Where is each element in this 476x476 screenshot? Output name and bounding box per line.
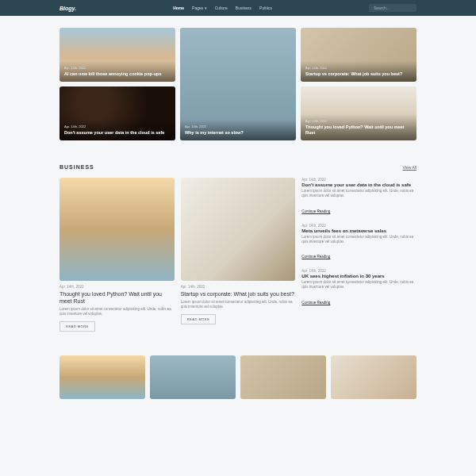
hero-card[interactable]: Apr. 14th, 2022Thought you loved Python?… — [301, 86, 416, 140]
side-date: Apr. 14th, 2022 — [301, 178, 416, 182]
logo[interactable]: Blogy. — [60, 6, 76, 11]
side-article: Apr. 14th, 2022 Don't assume your user d… — [301, 178, 416, 216]
side-column: Apr. 14th, 2022 Don't assume your user d… — [301, 178, 416, 332]
continue-reading-link[interactable]: Continue Reading — [301, 301, 330, 305]
hero-card[interactable]: Apr. 14th, 2022Don't assume your user da… — [60, 86, 175, 140]
nav-pages[interactable]: Pages ▾ — [192, 6, 207, 10]
view-all-link[interactable]: View All — [403, 165, 416, 170]
feature-title: Thought you loved Python? Wait until you… — [60, 290, 175, 305]
side-article: Apr. 14th, 2022 Meta unveils fees on met… — [301, 224, 416, 262]
hero-card[interactable]: Apr. 14th, 2022AI can now kill those ann… — [60, 28, 175, 82]
hero-date: Apr. 14th, 2022 — [64, 125, 171, 129]
side-title: UK sees highest inflation in 30 years — [301, 274, 416, 278]
business-section: BUSINESS View All Apr. 14th, 2022 Though… — [60, 152, 416, 344]
hero-card[interactable]: Apr. 14th, 2022Startup vs corporate: Wha… — [301, 28, 416, 82]
nav-culture[interactable]: Culture — [215, 6, 228, 10]
hero-title: Thought you loved Python? Wait until you… — [305, 125, 412, 136]
header: Blogy. Home Pages ▾ Culture Business Pol… — [0, 0, 476, 16]
feature-image[interactable] — [181, 178, 296, 281]
hero-date: Apr. 14th, 2022 — [305, 66, 412, 70]
side-date: Apr. 14th, 2022 — [301, 224, 416, 228]
read-more-button[interactable]: READ MORE — [181, 314, 217, 324]
side-title: Don't assume your user data in the cloud… — [301, 182, 416, 187]
hero-title: Don't assume your user data in the cloud… — [64, 130, 171, 136]
thumbnail[interactable] — [331, 355, 416, 399]
thumbnail-row — [60, 344, 416, 411]
hero-date: Apr. 14th, 2022 — [305, 119, 412, 123]
side-article: Apr. 14th, 2022 UK sees highest inflatio… — [301, 269, 416, 307]
feature-card: Apr. 14th, 2022 Startup vs corporate: Wh… — [181, 178, 296, 332]
feature-title: Startup vs corporate: What job suits you… — [181, 290, 296, 298]
hero-card[interactable]: Apr. 14th, 2022Why is my internet so slo… — [180, 28, 296, 140]
hero-title: Startup vs corporate: What job suits you… — [305, 71, 412, 77]
search-input[interactable] — [369, 4, 416, 12]
continue-reading-link[interactable]: Continue Reading — [301, 255, 330, 259]
side-excerpt: Lorem ipsum dolor sit amet consectetur a… — [301, 280, 416, 290]
thumbnail[interactable] — [150, 355, 236, 399]
read-more-button[interactable]: READ MORE — [60, 321, 95, 332]
side-date: Apr. 14th, 2022 — [301, 269, 416, 273]
hero-grid: Apr. 14th, 2022AI can now kill those ann… — [60, 16, 416, 152]
feature-excerpt: Lorem ipsum dolor sit amet consectetur a… — [60, 307, 175, 317]
hero-date: Apr. 14th, 2022 — [64, 66, 171, 70]
feature-date: Apr. 14th, 2022 — [60, 285, 175, 289]
side-title: Meta unveils fees on metaverse sales — [301, 228, 416, 233]
side-excerpt: Lorem ipsum dolor sit amet consectetur a… — [301, 235, 416, 245]
hero-date: Apr. 14th, 2022 — [185, 125, 291, 129]
feature-date: Apr. 14th, 2022 — [181, 285, 296, 289]
section-title: BUSINESS — [60, 164, 94, 170]
thumbnail[interactable] — [60, 355, 145, 399]
hero-title: Why is my internet so slow? — [185, 130, 291, 136]
nav: Home Pages ▾ Culture Business Politics — [173, 6, 272, 10]
nav-politics[interactable]: Politics — [259, 6, 272, 10]
chevron-down-icon: ▾ — [205, 6, 207, 10]
nav-home[interactable]: Home — [173, 6, 184, 10]
feature-excerpt: Lorem ipsum dolor sit amet consectetur a… — [181, 300, 296, 310]
thumbnail[interactable] — [240, 355, 326, 399]
hero-title: AI can now kill those annoying cookie po… — [64, 71, 171, 77]
feature-image[interactable] — [60, 178, 175, 281]
nav-business[interactable]: Business — [236, 6, 251, 10]
continue-reading-link[interactable]: Continue Reading — [301, 209, 330, 213]
side-excerpt: Lorem ipsum dolor sit amet consectetur a… — [301, 189, 416, 199]
feature-card: Apr. 14th, 2022 Thought you loved Python… — [60, 178, 175, 332]
